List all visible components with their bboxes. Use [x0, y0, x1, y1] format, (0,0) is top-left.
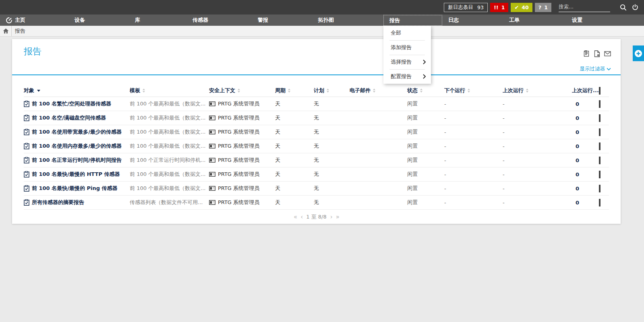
status-cell: 闲置: [407, 171, 444, 178]
column-header[interactable]: 下个运行: [444, 87, 503, 94]
table-row[interactable]: 前 100 名使用内存最多/最少的传感器 前 100 个最高和最低（数据文...…: [24, 139, 609, 153]
nav-item-devices[interactable]: 设备: [75, 14, 85, 26]
schedule-cell: 无: [314, 128, 350, 136]
report-name-link[interactable]: 所有传感器的摘要报告: [32, 199, 84, 206]
report-name-link[interactable]: 前 100 名繁忙/空闲处理器传感器: [32, 100, 111, 107]
plus-icon: [634, 50, 642, 58]
nav-item-tickets[interactable]: 工单: [509, 14, 520, 26]
report-name-link[interactable]: 前 100 名最快/最慢的 HTTP 传感器: [32, 171, 120, 178]
new-log-entries-button[interactable]: 新日志条目 93: [444, 3, 487, 12]
menu-item-configure-report[interactable]: 配置报告: [383, 69, 431, 84]
nav-item-sensors[interactable]: 传感器: [193, 14, 208, 26]
menu-item-all[interactable]: 全部: [383, 26, 431, 40]
column-header-label: 计划: [314, 87, 324, 94]
menu-item-add-report[interactable]: 添加报告: [383, 40, 431, 55]
user-account-icon: [209, 186, 215, 191]
search-icon[interactable]: [618, 2, 628, 12]
breadcrumb-home-button[interactable]: [0, 26, 12, 36]
last-run-cell: -: [503, 115, 572, 121]
column-header[interactable]: 状态: [407, 87, 444, 94]
report-name-link[interactable]: 前 100 名正常运行时间/停机时间报告: [32, 157, 122, 164]
prev-page-button[interactable]: ‹: [300, 213, 302, 221]
table-row[interactable]: 所有传感器的摘要报告 传感器列表（数据文件不可用... PRTG 系统管理员 天…: [24, 196, 609, 210]
report-name-link[interactable]: 前 100 名最快/最慢的 Ping 传感器: [32, 185, 118, 192]
column-header-label: 周期: [275, 87, 286, 94]
security-context-cell: PRTG 系统管理员: [218, 114, 259, 122]
ok-status-badge[interactable]: ✔ 40: [511, 3, 532, 12]
period-cell: 天: [275, 199, 314, 206]
table-row[interactable]: 前 100 名繁忙/空闲处理器传感器 前 100 个最高和最低（数据文... P…: [24, 97, 609, 111]
breadcrumb-current[interactable]: 报告: [12, 26, 25, 36]
column-header[interactable]: 电子邮件: [350, 87, 407, 94]
report-name-link[interactable]: 前 100 名使用内存最多/最少的传感器: [32, 142, 122, 150]
last-run-cell: -: [503, 200, 572, 206]
email-report-icon[interactable]: [604, 51, 611, 56]
status-cell: 闲置: [407, 128, 444, 136]
next-run-cell: -: [444, 101, 503, 107]
logout-power-icon[interactable]: [630, 2, 640, 12]
add-document-icon[interactable]: [594, 50, 600, 57]
row-checkbox[interactable]: [599, 128, 601, 136]
report-name-link[interactable]: 前 100 名空/满磁盘空间传感器: [32, 114, 106, 122]
column-header-label: 对象: [24, 87, 34, 94]
nav-item-maps[interactable]: 拓扑图: [318, 14, 334, 26]
nav-item-setup[interactable]: 设置: [572, 14, 582, 26]
nav-item-home[interactable]: 主页: [6, 14, 25, 26]
table-row[interactable]: 前 100 名空/满磁盘空间传感器 前 100 个最高和最低（数据文... PR…: [24, 111, 609, 125]
column-header-label: 状态: [407, 87, 418, 94]
row-checkbox[interactable]: [599, 199, 601, 206]
column-header[interactable]: 计划: [314, 87, 350, 94]
column-header[interactable]: 安全上下文: [209, 87, 275, 94]
first-page-button[interactable]: «: [294, 213, 297, 221]
stored-reports-count: 0: [572, 101, 599, 107]
template-cell: 前 100 个最高和最低（数据文...: [130, 128, 209, 136]
select-all-checkbox[interactable]: [599, 87, 601, 95]
menu-item-select-report[interactable]: 选择报告: [383, 55, 431, 69]
menu-item-label: 选择报告: [391, 55, 412, 69]
nav-item-logs[interactable]: 日志: [448, 14, 459, 26]
nav-item-libraries[interactable]: 库: [135, 14, 140, 26]
row-checkbox[interactable]: [599, 100, 601, 108]
next-run-cell: -: [444, 143, 503, 149]
column-header-label: 下个运行: [444, 87, 465, 94]
sort-arrows-icon: [373, 89, 375, 93]
alarm-icon: !!: [494, 4, 499, 10]
unknown-status-badge[interactable]: ? 1: [535, 3, 551, 12]
next-page-button[interactable]: ›: [330, 213, 332, 221]
row-checkbox[interactable]: [599, 114, 601, 122]
sort-desc-icon: [37, 90, 40, 92]
column-header[interactable]: 周期: [275, 87, 314, 94]
last-page-button[interactable]: »: [336, 213, 339, 221]
row-checkbox[interactable]: [599, 142, 601, 150]
submenu-arrow-icon: [422, 74, 426, 79]
report-name-link[interactable]: 前 100 名使用带宽最多/最少的传感器: [32, 128, 122, 136]
show-filter-link[interactable]: 显示过滤器: [580, 66, 611, 72]
nav-item-label: 库: [135, 14, 140, 26]
column-header[interactable]: 对象: [24, 87, 130, 94]
nav-item-reports[interactable]: 报告: [383, 15, 442, 26]
status-cell: 闲置: [407, 142, 444, 150]
template-cell: 前 100 个最高和最低（数据文...: [130, 185, 209, 192]
user-account-icon: [209, 130, 215, 134]
row-checkbox[interactable]: [599, 157, 601, 164]
table-row[interactable]: 前 100 名使用带宽最多/最少的传感器 前 100 个最高和最低（数据文...…: [24, 125, 609, 139]
template-cell: 前 100 个正常运行时间和停机...: [130, 157, 209, 164]
column-header[interactable]: 上次运行...: [572, 87, 599, 94]
column-header[interactable]: 上次运行: [503, 87, 572, 94]
add-report-tab[interactable]: [633, 45, 644, 61]
search-input[interactable]: [559, 3, 610, 12]
table-row[interactable]: 前 100 名最快/最慢的 HTTP 传感器 前 100 个最高和最低（数据文.…: [24, 167, 609, 182]
sort-arrows-icon: [288, 89, 290, 93]
clipboard-report-icon[interactable]: [584, 50, 590, 57]
table-row[interactable]: 前 100 名最快/最慢的 Ping 传感器 前 100 个最高和最低（数据文.…: [24, 182, 609, 196]
period-cell: 天: [275, 171, 314, 178]
row-checkbox[interactable]: [599, 185, 601, 192]
table-row[interactable]: 前 100 名正常运行时间/停机时间报告 前 100 个正常运行时间和停机...…: [24, 153, 609, 167]
period-cell: 天: [275, 128, 314, 136]
stored-reports-count: 0: [572, 115, 599, 121]
nav-item-alarms[interactable]: 警报: [258, 14, 268, 26]
alarm-status-badge[interactable]: !! 1: [490, 3, 509, 12]
period-cell: 天: [275, 114, 314, 122]
column-header[interactable]: 模板: [130, 87, 209, 94]
row-checkbox[interactable]: [599, 171, 601, 178]
